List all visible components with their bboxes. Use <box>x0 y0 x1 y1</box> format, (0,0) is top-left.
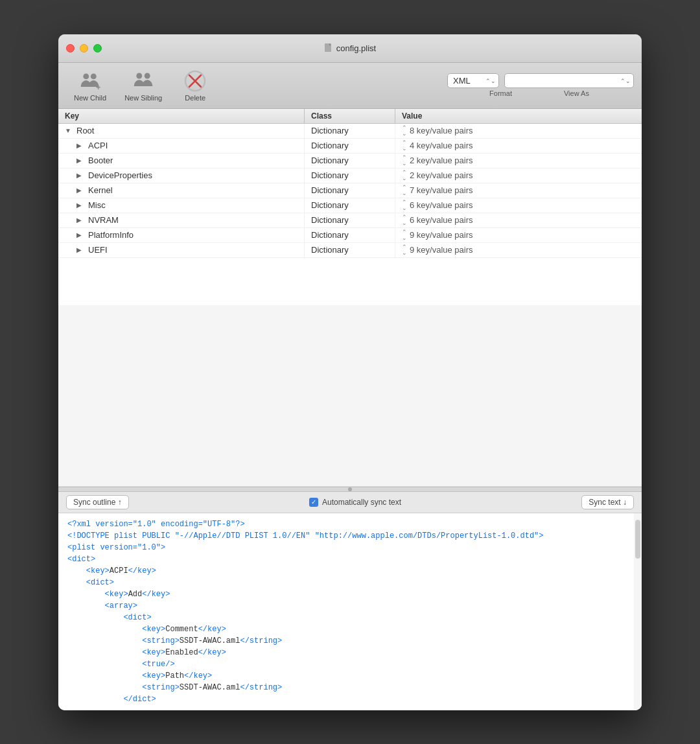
xml-line: <key>Comment</key> <box>67 623 633 635</box>
xml-line: <string>SSDT-AWAC.aml</string> <box>67 635 633 647</box>
value-cell: ⌃⌄ 2 key/value pairs <box>395 154 642 168</box>
svg-point-1 <box>83 73 89 79</box>
toolbar-right: XML Binary JSON Format View As <box>447 73 634 97</box>
delete-label: Delete <box>185 94 205 102</box>
stepper-icon[interactable]: ⌃⌄ <box>402 185 407 196</box>
splitter[interactable] <box>58 487 642 492</box>
view-as-select-container[interactable] <box>504 73 634 88</box>
table-row[interactable]: ▶ ACPI Dictionary ⌃⌄ 4 key/value pairs <box>58 139 642 154</box>
stepper-icon[interactable]: ⌃⌄ <box>402 229 407 241</box>
xml-line: <!DOCTYPE plist PUBLIC "-//Apple//DTD PL… <box>67 530 633 542</box>
close-button[interactable] <box>66 44 75 52</box>
stepper-icon[interactable]: ⌃⌄ <box>402 140 407 152</box>
key-label: Misc <box>88 200 106 210</box>
title-label: config.plist <box>336 43 376 53</box>
format-select[interactable]: XML Binary JSON <box>447 73 499 88</box>
xml-line: <array> <box>67 600 633 612</box>
new-sibling-button[interactable]: New Sibling <box>117 67 170 104</box>
svg-point-2 <box>91 73 97 79</box>
stepper-icon[interactable]: ⌃⌄ <box>402 125 407 137</box>
disclosure-deviceprops[interactable]: ▶ <box>76 172 84 179</box>
disclosure-acpi[interactable]: ▶ <box>76 142 84 149</box>
table-row[interactable]: ▶ PlatformInfo Dictionary ⌃⌄ 9 key/value… <box>58 228 642 243</box>
stepper-icon[interactable]: ⌃⌄ <box>402 170 407 181</box>
disclosure-misc[interactable]: ▶ <box>76 202 84 209</box>
class-cell: Dictionary <box>305 154 395 168</box>
value-cell: ⌃⌄ 6 key/value pairs <box>395 213 642 227</box>
toolbar-left: + New Child New Sibling <box>66 67 447 104</box>
new-child-icon: + <box>78 69 102 93</box>
sync-outline-button[interactable]: Sync outline ↑ <box>66 495 129 509</box>
svg-text:+: + <box>96 83 100 91</box>
scrollbar-track <box>634 513 642 710</box>
table-row[interactable]: ▼ Root Dictionary ⌃⌄ 8 key/value pairs <box>58 124 642 139</box>
format-select-wrapper: XML Binary JSON <box>447 73 634 88</box>
auto-sync-label: Automatically sync text <box>322 498 401 507</box>
key-cell: ▶ DeviceProperties <box>58 169 305 183</box>
class-cell: Dictionary <box>305 139 395 153</box>
table-row[interactable]: ▶ UEFI Dictionary ⌃⌄ 9 key/value pairs <box>58 243 642 258</box>
new-child-button[interactable]: + New Child <box>66 67 114 104</box>
xml-line: <dict> <box>67 553 633 565</box>
key-cell: ▼ Root <box>58 124 305 138</box>
delete-button[interactable]: Delete <box>172 67 218 104</box>
disclosure-kernel[interactable]: ▶ <box>76 187 84 194</box>
view-as-select[interactable] <box>504 73 634 88</box>
key-label: Root <box>76 126 94 135</box>
class-cell: Dictionary <box>305 169 395 183</box>
splitter-handle <box>348 487 352 491</box>
value-cell: ⌃⌄ 2 key/value pairs <box>395 169 642 183</box>
value-cell: ⌃⌄ 6 key/value pairs <box>395 198 642 213</box>
xml-line: <key>Enabled</key> <box>67 647 633 658</box>
table-row[interactable]: ▶ DeviceProperties Dictionary ⌃⌄ 2 key/v… <box>58 169 642 183</box>
scrollbar-thumb[interactable] <box>635 520 640 559</box>
new-child-label: New Child <box>74 94 106 102</box>
disclosure-platforminfo[interactable]: ▶ <box>76 231 84 238</box>
key-cell: ▶ Misc <box>58 198 305 213</box>
svg-point-5 <box>145 73 150 78</box>
key-cell: ▶ ACPI <box>58 139 305 153</box>
stepper-icon[interactable]: ⌃⌄ <box>402 244 407 256</box>
table-row[interactable]: ▶ NVRAM Dictionary ⌃⌄ 6 key/value pairs <box>58 213 642 228</box>
key-label: ACPI <box>88 141 108 150</box>
class-cell: Dictionary <box>305 243 395 257</box>
table-row[interactable]: ▶ Misc Dictionary ⌃⌄ 6 key/value pairs <box>58 198 642 213</box>
auto-sync-checkbox[interactable]: ✓ <box>309 498 318 507</box>
traffic-lights <box>66 44 102 52</box>
maximize-button[interactable] <box>93 44 102 52</box>
format-select-container[interactable]: XML Binary JSON <box>447 73 499 88</box>
stepper-icon[interactable]: ⌃⌄ <box>402 200 407 211</box>
xml-line: <key>Path</key> <box>67 670 633 682</box>
empty-tree-area <box>58 305 642 487</box>
svg-point-4 <box>137 73 143 78</box>
class-cell: Dictionary <box>305 183 395 198</box>
new-sibling-icon <box>132 69 155 93</box>
table-row[interactable]: ▶ Booter Dictionary ⌃⌄ 2 key/value pairs <box>58 154 642 169</box>
disclosure-nvram[interactable]: ▶ <box>76 216 84 224</box>
stepper-icon[interactable]: ⌃⌄ <box>402 155 407 167</box>
key-label: UEFI <box>88 245 108 255</box>
stepper-icon[interactable]: ⌃⌄ <box>402 215 407 226</box>
key-label: Booter <box>88 156 113 165</box>
class-cell: Dictionary <box>305 124 395 138</box>
key-cell: ▶ PlatformInfo <box>58 228 305 242</box>
key-cell: ▶ Booter <box>58 154 305 168</box>
key-cell: ▶ NVRAM <box>58 213 305 227</box>
new-sibling-label: New Sibling <box>124 94 162 102</box>
titlebar: config.plist <box>58 34 642 63</box>
sync-text-button[interactable]: Sync text ↓ <box>581 495 634 509</box>
tree-area[interactable]: ▼ Root Dictionary ⌃⌄ 8 key/value pairs ▶… <box>58 124 642 305</box>
table-row[interactable]: ▶ Kernel Dictionary ⌃⌄ 7 key/value pairs <box>58 183 642 198</box>
disclosure-root[interactable]: ▼ <box>65 127 73 134</box>
col-header-key: Key <box>58 109 305 123</box>
disclosure-uefi[interactable]: ▶ <box>76 246 84 253</box>
disclosure-booter[interactable]: ▶ <box>76 157 84 164</box>
main-window: config.plist + New Child <box>58 34 642 710</box>
xml-editor[interactable]: <?xml version="1.0" encoding="UTF-8"?> <… <box>58 513 642 710</box>
bottom-bar: Sync outline ↑ ✓ Automatically sync text… <box>58 492 642 513</box>
column-headers: Key Class Value <box>58 109 642 124</box>
xml-line: </dict> <box>67 693 633 705</box>
xml-line: <?xml version="1.0" encoding="UTF-8"?> <box>67 518 633 530</box>
xml-line: <dict> <box>67 577 633 588</box>
minimize-button[interactable] <box>80 44 88 52</box>
